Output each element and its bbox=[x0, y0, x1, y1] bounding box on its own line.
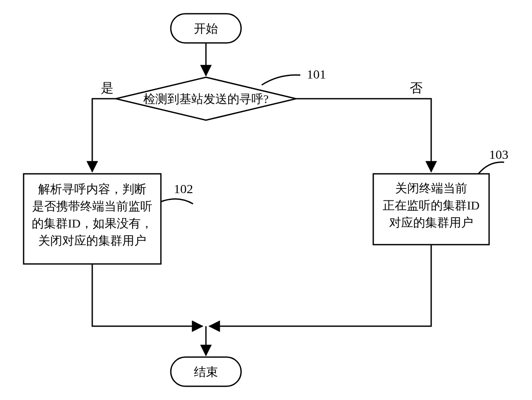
process-no-node: 关闭终端当前 正在监听的集群ID 对应的集群用户 bbox=[373, 174, 489, 245]
yes-label: 是 bbox=[101, 81, 114, 95]
end-node: 结束 bbox=[171, 357, 241, 386]
decision-label: 检测到基站发送的寻呼? bbox=[143, 92, 269, 106]
proc-no-line1: 关闭终端当前 bbox=[395, 182, 467, 195]
ref-102-leader bbox=[161, 199, 193, 204]
edge-decision-yes: 是 bbox=[92, 81, 116, 172]
ref-101: 101 bbox=[307, 67, 326, 81]
start-label: 开始 bbox=[194, 22, 218, 35]
ref-103: 103 bbox=[489, 147, 508, 161]
proc-yes-line1: 解析寻呼内容，判断 bbox=[38, 182, 146, 196]
proc-yes-line3: 的集群ID，如果没有， bbox=[32, 217, 153, 230]
edge-decision-no: 否 bbox=[296, 81, 431, 172]
ref-103-leader bbox=[478, 162, 504, 174]
no-label: 否 bbox=[410, 81, 423, 95]
ref-102: 102 bbox=[174, 182, 193, 196]
proc-no-line2: 正在监听的集群ID bbox=[383, 199, 480, 212]
decision-node: 检测到基站发送的寻呼? bbox=[116, 77, 296, 120]
proc-no-line3: 对应的集群用户 bbox=[389, 216, 473, 229]
edge-no-merge bbox=[209, 245, 431, 326]
edge-yes-merge bbox=[92, 264, 203, 326]
end-label: 结束 bbox=[194, 365, 218, 379]
process-yes-node: 解析寻呼内容，判断 是否携带终端当前监听 的集群ID，如果没有， 关闭对应的集群… bbox=[24, 174, 161, 264]
proc-yes-line4: 关闭对应的集群用户 bbox=[38, 234, 146, 247]
flowchart: 开始 检测到基站发送的寻呼? 101 是 否 解析寻呼内容，判断 是否携带终端当… bbox=[0, 0, 532, 400]
proc-yes-line2: 是否携带终端当前监听 bbox=[32, 200, 152, 213]
start-node: 开始 bbox=[171, 14, 241, 43]
ref-101-leader bbox=[262, 75, 300, 85]
